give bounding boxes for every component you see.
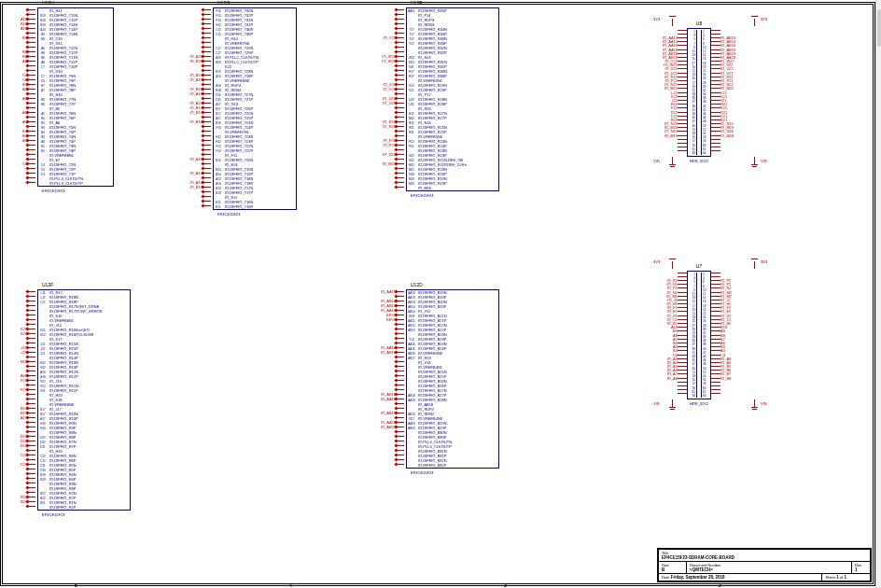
wire bbox=[678, 339, 687, 340]
wire bbox=[28, 149, 35, 150]
wire bbox=[28, 70, 35, 71]
wire bbox=[678, 296, 687, 297]
wire bbox=[678, 92, 687, 93]
pin-number: J22 bbox=[38, 343, 48, 346]
wire bbox=[678, 53, 687, 54]
wire bbox=[711, 96, 720, 97]
wire bbox=[397, 324, 404, 325]
wire bbox=[28, 19, 35, 20]
wire bbox=[28, 380, 35, 381]
scrollbar-thumb[interactable] bbox=[877, 9, 881, 47]
wire bbox=[397, 338, 404, 339]
net-label: K22 bbox=[0, 331, 28, 336]
wire bbox=[397, 296, 404, 297]
wire bbox=[397, 121, 404, 122]
wire bbox=[711, 49, 720, 50]
wire bbox=[678, 127, 687, 128]
schematic-block-U12D: U12DIO_AA13IO_AB13IO_AB14IO_AA14KEY0KEY1… bbox=[369, 289, 499, 469]
wire bbox=[711, 343, 720, 343]
net-label: A8 bbox=[0, 59, 28, 63]
wire bbox=[203, 117, 211, 118]
net-label: A5 bbox=[0, 110, 28, 115]
pin-number: B8 bbox=[38, 51, 48, 55]
wire bbox=[711, 119, 720, 120]
net-label: IO_B17 bbox=[175, 110, 203, 115]
pin-number: 64 bbox=[702, 394, 709, 398]
wire bbox=[678, 45, 687, 46]
wire bbox=[397, 140, 404, 141]
pin-number: J21 bbox=[38, 352, 48, 356]
pin-number: M19 bbox=[407, 177, 416, 181]
wire bbox=[397, 315, 404, 315]
pin-number: M19 bbox=[407, 182, 416, 186]
net-label: C22 bbox=[0, 453, 28, 457]
pin-number: A5 bbox=[38, 112, 48, 116]
pin-number: AA13 bbox=[407, 296, 416, 300]
wire bbox=[678, 104, 687, 105]
header-block-U8: U83V33V3IO_AA13IO_AA14IO_AA16IO_AA18IO_A… bbox=[653, 28, 745, 157]
pin-number: E20 bbox=[38, 473, 48, 477]
part-footprint: EP4CE15F23 bbox=[42, 512, 64, 517]
pin-number: C17 bbox=[214, 51, 223, 55]
pin-number: B4 bbox=[38, 126, 48, 130]
pin-number: B13 bbox=[214, 191, 223, 195]
pin-number: D22 bbox=[38, 436, 48, 440]
wire bbox=[28, 333, 35, 334]
wire bbox=[711, 393, 720, 394]
wire bbox=[203, 75, 211, 76]
pin-number: E11 bbox=[214, 201, 223, 204]
pin-number: N22 bbox=[407, 159, 416, 162]
wire bbox=[203, 84, 211, 85]
net-label: C21 bbox=[0, 462, 28, 467]
pin-number: A13 bbox=[214, 177, 223, 181]
wire bbox=[28, 492, 35, 493]
pin-number: F12 bbox=[214, 145, 223, 148]
wire bbox=[711, 61, 720, 62]
net-label: IO_U21 bbox=[369, 101, 397, 105]
wire bbox=[28, 478, 35, 479]
pin-number: B10 bbox=[38, 23, 48, 27]
pin-number: B8 bbox=[38, 56, 48, 60]
wire bbox=[711, 123, 720, 124]
wire bbox=[711, 373, 720, 374]
pin-number: 63 bbox=[689, 151, 696, 155]
net-label: IO_B16 bbox=[175, 119, 203, 124]
wire bbox=[711, 64, 720, 65]
pin-number: H22 bbox=[38, 361, 48, 365]
wire bbox=[203, 163, 211, 164]
pin-number: Y22 bbox=[407, 37, 416, 41]
pin-number: J22 bbox=[38, 347, 48, 351]
wire bbox=[203, 47, 211, 48]
wire bbox=[28, 315, 35, 315]
wire bbox=[28, 394, 35, 395]
wire bbox=[28, 357, 35, 357]
net-label: IO_AB20 bbox=[369, 425, 397, 429]
wire bbox=[28, 42, 35, 43]
refdes: U7 bbox=[696, 263, 702, 269]
pin-number: C15 bbox=[214, 33, 223, 36]
wire bbox=[711, 370, 720, 371]
wire bbox=[711, 284, 720, 285]
wire bbox=[397, 464, 404, 465]
wire bbox=[28, 310, 35, 311]
wire bbox=[711, 389, 720, 390]
schematic-block-U12H: U12HA10B10A10B9B8B8A8C7C6B7A7A5A5A4B4B4A… bbox=[0, 7, 114, 187]
wire bbox=[678, 366, 687, 367]
wire bbox=[397, 389, 404, 390]
wire bbox=[397, 84, 404, 85]
date-label: Date bbox=[662, 575, 669, 580]
wire bbox=[678, 343, 687, 343]
wire bbox=[678, 358, 687, 359]
wire bbox=[678, 68, 687, 69]
net-label: IO_A8 bbox=[653, 376, 678, 381]
pin-number: B17 bbox=[214, 112, 223, 116]
schematic-block-U12G: U12GIO_A20IO_B20IO_B19IO_A19IO_B18IO_A18… bbox=[175, 7, 297, 210]
wire bbox=[203, 201, 211, 202]
wire bbox=[678, 34, 687, 35]
scrollbar-vertical[interactable] bbox=[875, 0, 881, 588]
net-label: A4 bbox=[0, 119, 28, 124]
wire bbox=[28, 483, 35, 483]
pin-name: IO,PLL3_CLKOUTP bbox=[48, 181, 83, 186]
wire bbox=[711, 80, 720, 81]
pin-number: V22 bbox=[407, 84, 416, 88]
